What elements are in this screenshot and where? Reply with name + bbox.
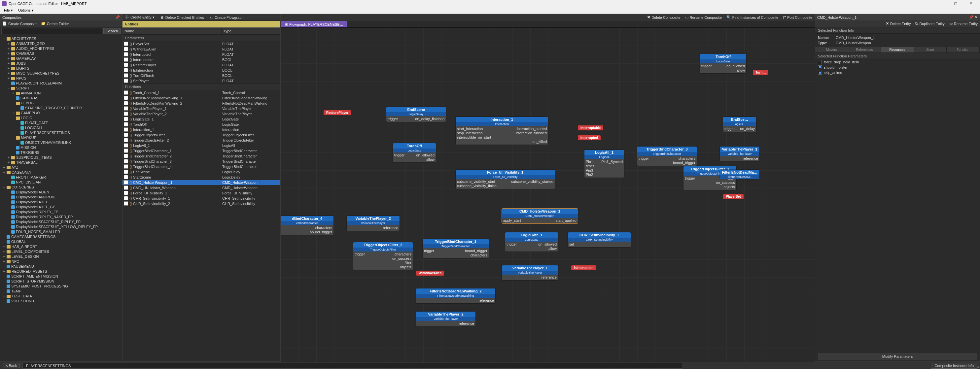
graph-pin[interactable]: Interrupted <box>578 135 601 140</box>
tree-item[interactable]: +HAB_AIRPORT <box>2 244 121 249</box>
tree-item[interactable]: PLAYERCONTROLEDANIM <box>2 81 121 86</box>
tree-item[interactable]: +LEVEL_COMPOSITES <box>2 249 121 254</box>
col-type[interactable]: Type <box>221 28 280 34</box>
tree-item[interactable]: +CAMERAS <box>2 51 121 56</box>
graph-node[interactable]: VariableThePlayer_1VariableThePlayerrefe… <box>502 266 558 280</box>
row-checkbox[interactable] <box>124 186 128 190</box>
tree-item[interactable]: −DEBUG <box>2 101 121 106</box>
tree-item[interactable]: +ANIMATION <box>2 91 121 96</box>
composite-instance-info-button[interactable]: Composite Instance Info <box>931 363 977 369</box>
entity-row[interactable]: {}PlayerSetFLOAT <box>123 41 280 46</box>
back-button[interactable]: < Back <box>3 363 20 368</box>
row-checkbox[interactable] <box>124 73 128 78</box>
row-checkbox[interactable] <box>124 47 128 51</box>
graph-node[interactable]: TriggerBindCharacter_1TriggerBindCharact… <box>423 239 489 258</box>
row-checkbox[interactable] <box>124 127 128 132</box>
entity-row[interactable]: {}RestorePlayerFLOAT <box>123 62 280 68</box>
graph-pin[interactable]: PlayerSet <box>723 194 744 199</box>
tree-item[interactable]: DisplayModel:SPACESUIT_YELLOW_RIPLEY_FP <box>2 224 121 229</box>
graph-pin[interactable]: Interruptable <box>578 126 603 130</box>
create-folder-button[interactable]: 📁 Create Folder <box>41 21 69 26</box>
entity-row[interactable]: {}InterruptableBOOL <box>123 57 280 62</box>
tree-item[interactable]: PLAYERSCENESETTINGS <box>2 130 121 135</box>
graph-node[interactable]: FilterIsNotDeadManWalking_2FilterIsNotDe… <box>416 288 495 303</box>
tree-item[interactable]: +TEST_DATA <box>2 294 121 299</box>
col-name[interactable]: Name <box>123 28 221 34</box>
tree-item[interactable]: −CUTSCENES <box>2 185 121 190</box>
tree-item[interactable]: TEMP <box>2 289 121 294</box>
param-check-row[interactable]: skip_anims <box>815 70 980 75</box>
entity-row[interactable]: {}TriggerBindCharacter_4TriggerBindChara… <box>123 164 280 169</box>
row-checkbox[interactable] <box>124 63 128 67</box>
delete-checked-entities-button[interactable]: 🗑 Delete Checked Entities <box>161 16 204 19</box>
graph-pin[interactable]: IsInteraction <box>571 266 596 270</box>
tree-item[interactable]: FOUR_NODES_SMALLER <box>2 229 121 234</box>
entity-row[interactable]: {}InterruptedFLOAT <box>123 52 280 57</box>
entity-row[interactable]: {}VariableThePlayer_2VariableThePlayer <box>123 111 280 116</box>
rename-entity-button[interactable]: ▭ Rename Entity <box>949 21 978 26</box>
entity-row[interactable]: {}Torch_Control_1Torch_Control <box>123 90 280 95</box>
inspector-close-icon[interactable]: 📌 ✕ <box>969 15 978 19</box>
entity-row[interactable]: {}FilterIsNotDeadManWalking_1FilterIsNot… <box>123 95 280 101</box>
tree-item[interactable]: DisplayModel:ANDROID <box>2 195 121 200</box>
create-composite-button[interactable]: 📄 Create Composite <box>2 21 38 26</box>
row-checkbox[interactable] <box>124 111 128 116</box>
tree-item[interactable]: MISSION <box>2 145 121 150</box>
tree-item[interactable]: −MARKUP <box>2 135 121 140</box>
row-checkbox[interactable] <box>124 122 128 126</box>
tree-item[interactable]: STACKING_TRIGGER_COUNTER <box>2 106 121 111</box>
row-checkbox[interactable] <box>124 164 128 169</box>
entity-row[interactable]: {}LogicGate_1LogicGate <box>123 116 280 122</box>
entity-row[interactable]: {}CMD_UNHolster_WeaponCMD_HolsterWeapon <box>123 185 280 191</box>
tree-item[interactable]: TRIGGERS <box>2 150 121 155</box>
tree-item[interactable]: +MISC_SUBARCHETYPES <box>2 71 121 76</box>
entity-row[interactable]: {}TriggerBindCharacter_1TriggerBindChara… <box>123 148 280 153</box>
tree-item[interactable]: SYSTEMIC_POST_PROCESSING <box>2 284 121 289</box>
graph-node[interactable]: LogicAll_1LogicAllPin1Pin1_SyncedresetPi… <box>584 150 624 178</box>
tab-references[interactable]: References <box>848 47 881 52</box>
graph-pin[interactable]: WithdrawAlien <box>416 270 444 275</box>
modify-parameters-button[interactable]: Modify Parameters <box>818 353 977 360</box>
entity-row[interactable]: {}SetPlayerFLOAT <box>123 78 280 84</box>
tree-item[interactable]: −SCRIPT <box>2 86 121 91</box>
tree-item[interactable]: PAUSEMENU <box>2 264 121 269</box>
tree-item[interactable]: GLOBAL <box>2 239 121 244</box>
row-checkbox[interactable] <box>124 96 128 100</box>
tree-item[interactable]: +ANIMATED_GEO <box>2 41 121 46</box>
row-checkbox[interactable] <box>124 154 128 158</box>
graph-pin[interactable]: Turn… <box>753 70 768 75</box>
composites-search-button[interactable]: Search <box>103 28 121 34</box>
entity-row[interactable]: {}EndSceneLogicDelay <box>123 169 280 175</box>
menu-file[interactable]: File ▾ <box>1 8 16 13</box>
param-check-row[interactable]: should_holster <box>815 65 980 70</box>
checkbox-icon[interactable] <box>818 60 822 64</box>
tree-item[interactable]: +JOBS <box>2 61 121 66</box>
entity-row[interactable]: {}IsInteractionBOOL <box>123 68 280 73</box>
graph-node[interactable]: EndSceneLogicDelaytriggeron_delay_finish… <box>386 107 446 122</box>
graph-node[interactable]: VariableThePlayer_2VariableThePlayerrefe… <box>347 216 399 231</box>
tree-item[interactable]: NPC_CIVILIAN <box>2 180 121 185</box>
graph-node[interactable]: EndSce…LogicD…triggeron_delay <box>723 117 756 132</box>
graph-node[interactable]: TriggerBindCharacter_3TriggerBindCharact… <box>637 146 697 166</box>
entity-row[interactable]: {}TriggerBindCharacter_3TriggerBindChara… <box>123 159 280 164</box>
param-check-row[interactable]: force_drop_held_item <box>815 59 980 65</box>
entity-row[interactable]: {}CHR_SetInvincibility_1CHR_SetInvincibi… <box>123 196 280 201</box>
tree-item[interactable]: −ARCHETYPES <box>2 36 121 41</box>
entity-row[interactable]: {}LogicAll_1LogicAll <box>123 143 280 148</box>
tab-movers[interactable]: Movers <box>815 47 848 52</box>
entity-row[interactable]: {}StartSceneLogicDelay <box>123 175 280 180</box>
tree-item[interactable]: CAMERAS <box>2 96 121 101</box>
graph-node[interactable]: FilterIsNotDeadMa…FilterIsNotDeadM… <box>720 170 759 179</box>
tree-item[interactable]: SCRIPT_AMBIENTMISSION <box>2 274 121 279</box>
tab-resources[interactable]: Resources <box>881 47 914 52</box>
row-checkbox[interactable] <box>124 191 128 195</box>
tree-item[interactable]: +AYZ <box>2 165 121 170</box>
graph-pin[interactable]: RestorePlayer <box>324 110 351 115</box>
entity-row[interactable]: {}TriggerBindCharacter_2TriggerBindChara… <box>123 153 280 159</box>
tree-item[interactable]: FRONT_MARKER <box>2 175 121 180</box>
find-instances-button[interactable]: 🔍 Find Instances of Composite <box>726 15 778 19</box>
entity-row[interactable]: {}CHR_SetInvincibility_2CHR_SetInvincibi… <box>123 201 280 206</box>
minimize-button[interactable]: — <box>933 0 948 7</box>
composites-search-input[interactable] <box>1 28 102 34</box>
tree-item[interactable]: GAMECAMERASETTINGS <box>2 234 121 239</box>
